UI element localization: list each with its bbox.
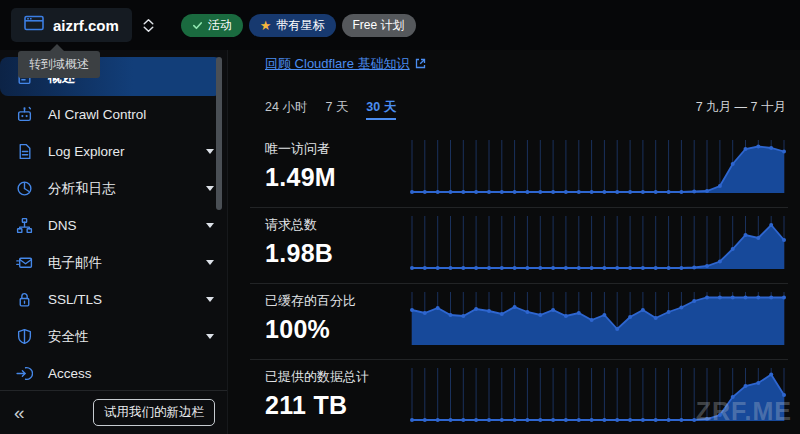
tab-30d[interactable]: 30 天 (366, 99, 396, 120)
metric-label: 请求总数 (265, 216, 408, 234)
metric-value: 211 TB (265, 391, 408, 420)
browser-window-icon (24, 15, 44, 35)
metric-info-percent-cached: 已缓存的百分比100% (250, 292, 408, 344)
collapse-sidebar-icon[interactable]: « (14, 403, 25, 422)
sidebar-item-label: 安全性 (48, 328, 191, 346)
sidebar-nav: 概述AI Crawl ControlLog Explorer分析和日志DNS电子… (0, 50, 227, 392)
chart-unique-visitors[interactable] (408, 140, 788, 198)
sidebar-item-label: Log Explorer (48, 144, 191, 159)
check-icon (192, 20, 203, 31)
date-range-label: 7 九月 — 7 十月 (696, 99, 788, 116)
metric-value: 100% (265, 315, 408, 344)
badge-label: 带有星标 (277, 17, 325, 34)
sidebar-item-label: 电子邮件 (48, 254, 191, 272)
sidebar-item-security[interactable]: 安全性 (0, 318, 227, 355)
dns-icon (16, 217, 33, 234)
badge-label: Free 计划 (353, 17, 405, 34)
sidebar-item-log-explorer[interactable]: Log Explorer (0, 133, 227, 170)
topbar: aizrf.com 活动★带有星标Free 计划 (0, 0, 800, 50)
metric-label: 已提供的数据总计 (265, 368, 408, 386)
metric-label: 唯一访问者 (265, 140, 408, 158)
sidebar-item-access[interactable]: Access (0, 355, 227, 392)
tooltip-go-to-domain-overview: 转到域概述 (18, 51, 100, 78)
chart-total-requests[interactable] (408, 216, 788, 274)
updown-chevron-icon[interactable] (141, 17, 156, 34)
chart-percent-cached[interactable] (408, 292, 788, 350)
metric-info-total-data-served: 已提供的数据总计211 TB (250, 368, 408, 420)
metric-row-percent-cached: 已缓存的百分比100% (250, 284, 788, 360)
analytics-icon (16, 180, 33, 197)
metric-info-total-requests: 请求总数1.98B (250, 216, 408, 268)
log-explorer-icon (16, 143, 33, 160)
metrics-list: 唯一访问者1.49M请求总数1.98B已缓存的百分比100%已提供的数据总计21… (250, 132, 788, 434)
chevron-down-icon[interactable] (206, 223, 214, 228)
badge-active: 活动 (181, 14, 243, 37)
chevron-down-icon[interactable] (206, 297, 214, 302)
sidebar-item-label: AI Crawl Control (48, 107, 214, 122)
chevron-down-icon[interactable] (206, 149, 214, 154)
main-content: 回顾 Cloudflare 基础知识 24 小时7 天30 天 7 九月 — 7… (228, 50, 800, 434)
tab-7d[interactable]: 7 天 (325, 99, 348, 116)
metric-row-total-data-served: 已提供的数据总计211 TB (250, 360, 788, 434)
chevron-down-icon[interactable] (206, 260, 214, 265)
sidebar-scrollbar[interactable] (216, 57, 222, 210)
time-range-tabs: 24 小时7 天30 天 7 九月 — 7 十月 (265, 99, 788, 120)
metric-value: 1.49M (265, 163, 408, 192)
sidebar-item-label: SSL/TLS (48, 292, 191, 307)
badge-label: 活动 (208, 17, 232, 34)
chevron-down-icon[interactable] (206, 334, 214, 339)
domain-name: aizrf.com (53, 17, 119, 34)
badge-starred: ★带有星标 (249, 14, 336, 37)
star-icon: ★ (260, 19, 272, 32)
metric-info-unique-visitors: 唯一访问者1.49M (250, 140, 408, 192)
external-link-icon (415, 57, 426, 72)
domain-selector[interactable]: aizrf.com (11, 8, 132, 42)
chevron-down-icon[interactable] (206, 186, 214, 191)
try-new-sidebar-button[interactable]: 试用我们的新边栏 (93, 399, 215, 426)
sidebar-item-ai-crawl-control[interactable]: AI Crawl Control (0, 96, 227, 133)
sidebar-item-dns[interactable]: DNS (0, 207, 227, 244)
sidebar-item-ssl-tls[interactable]: SSL/TLS (0, 281, 227, 318)
access-icon (16, 365, 33, 382)
sidebar-item-label: DNS (48, 218, 191, 233)
ssl-icon (16, 291, 33, 308)
security-icon (16, 328, 33, 345)
chart-total-data-served[interactable] (408, 368, 788, 426)
badge-plan: Free 计划 (342, 14, 416, 37)
sidebar-item-label: 分析和日志 (48, 180, 191, 198)
sidebar-item-analytics-logs[interactable]: 分析和日志 (0, 170, 227, 207)
metric-row-unique-visitors: 唯一访问者1.49M (250, 132, 788, 208)
status-badges: 活动★带有星标Free 计划 (181, 14, 416, 37)
sidebar-item-email[interactable]: 电子邮件 (0, 244, 227, 281)
tab-24h[interactable]: 24 小时 (265, 99, 307, 116)
sidebar-footer: « 试用我们的新边栏 (0, 390, 227, 434)
ai-crawl-icon (16, 106, 33, 123)
sidebar: 概述AI Crawl ControlLog Explorer分析和日志DNS电子… (0, 50, 228, 434)
metric-label: 已缓存的百分比 (265, 292, 408, 310)
metric-value: 1.98B (265, 239, 408, 268)
review-link-label: 回顾 Cloudflare 基础知识 (265, 55, 409, 73)
review-fundamentals-link[interactable]: 回顾 Cloudflare 基础知识 (265, 55, 426, 73)
sidebar-item-label: Access (48, 366, 214, 381)
metric-row-total-requests: 请求总数1.98B (250, 208, 788, 284)
email-icon (16, 254, 33, 271)
